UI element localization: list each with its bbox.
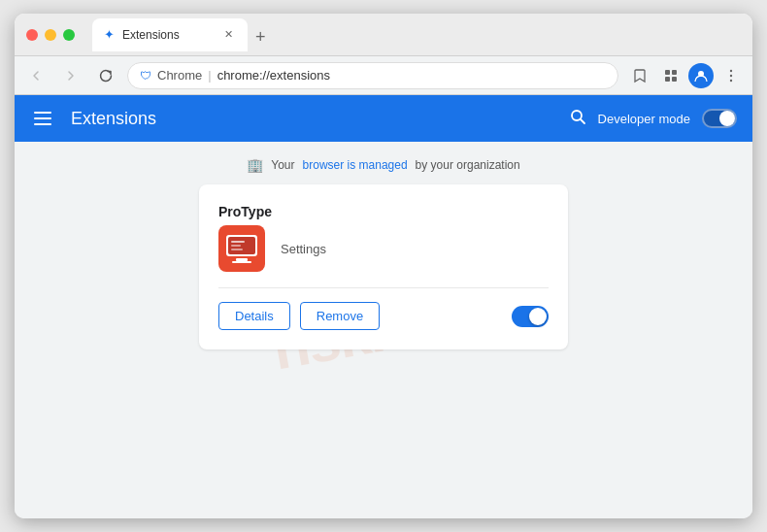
back-button[interactable]	[22, 62, 50, 89]
developer-mode-toggle[interactable]	[702, 109, 737, 128]
search-button[interactable]	[569, 108, 586, 130]
menu-line-2	[34, 117, 51, 119]
svg-rect-2	[665, 77, 670, 82]
svg-rect-0	[665, 70, 670, 75]
refresh-button[interactable]	[92, 62, 119, 89]
forward-button[interactable]	[57, 62, 84, 89]
extensions-page-title: Extensions	[71, 109, 553, 129]
svg-rect-12	[236, 258, 248, 261]
svg-line-9	[581, 119, 584, 123]
svg-point-5	[730, 69, 732, 71]
tab-close-button[interactable]: ✕	[220, 27, 236, 43]
menu-button[interactable]	[717, 62, 745, 89]
tab-label: Extensions	[122, 28, 180, 42]
svg-rect-14	[231, 241, 245, 243]
managed-notice: 🏢 Your browser is managed by your organi…	[247, 157, 519, 173]
tab-bar: ✦ Extensions ✕ +	[92, 18, 741, 51]
svg-point-6	[730, 74, 732, 76]
extension-card: ProType Settings	[199, 184, 568, 349]
close-button[interactable]	[26, 29, 38, 41]
developer-mode-label: Developer mode	[598, 112, 690, 126]
title-bar: ✦ Extensions ✕ +	[15, 14, 752, 56]
minimize-button[interactable]	[45, 29, 56, 41]
menu-line-3	[34, 123, 51, 125]
browser-window: ✦ Extensions ✕ + 🛡 Chrome | chrome://ext…	[15, 14, 752, 518]
extension-icon	[218, 225, 265, 272]
extension-body: Settings	[218, 225, 549, 272]
hamburger-menu-button[interactable]	[30, 108, 55, 129]
ext-toggle-knob	[529, 308, 547, 325]
header-right: Developer mode	[569, 108, 737, 130]
maximize-button[interactable]	[63, 29, 75, 41]
bookmark-button[interactable]	[626, 62, 653, 89]
profile-icon[interactable]	[688, 63, 714, 88]
security-icon: 🛡	[140, 69, 151, 83]
extension-settings-label: Settings	[281, 242, 326, 256]
toggle-knob	[719, 111, 735, 126]
toolbar-icons	[626, 62, 745, 89]
managed-text-before: Your	[271, 158, 294, 172]
extensions-button[interactable]	[657, 62, 684, 89]
extension-footer: Details Remove	[218, 287, 549, 330]
extensions-tab-icon: ✦	[104, 27, 115, 42]
managed-text-after: by your organization	[416, 158, 520, 172]
details-button[interactable]: Details	[218, 302, 290, 330]
managed-link[interactable]: browser is managed	[303, 158, 408, 172]
remove-button[interactable]: Remove	[300, 302, 380, 330]
svg-point-7	[730, 79, 732, 81]
active-tab[interactable]: ✦ Extensions ✕	[92, 18, 248, 51]
svg-rect-13	[232, 261, 251, 263]
window-controls	[26, 29, 75, 41]
url-chrome-label: Chrome	[157, 68, 202, 83]
extension-enable-toggle[interactable]	[512, 306, 549, 327]
svg-rect-16	[231, 249, 243, 250]
url-bar[interactable]: 🛡 Chrome | chrome://extensions	[127, 62, 618, 89]
protype-icon-svg	[222, 229, 261, 268]
new-tab-button[interactable]: +	[248, 23, 274, 51]
url-separator: |	[208, 68, 211, 83]
menu-line-1	[34, 112, 51, 114]
extension-name: ProType	[218, 204, 549, 219]
building-icon: 🏢	[247, 157, 263, 173]
svg-rect-3	[672, 77, 677, 82]
url-path: chrome://extensions	[217, 68, 330, 83]
svg-rect-15	[231, 245, 241, 247]
address-bar: 🛡 Chrome | chrome://extensions	[15, 56, 752, 95]
svg-rect-1	[672, 70, 677, 75]
extensions-content: risk.com 🏢 Your browser is managed by yo…	[15, 142, 752, 518]
extensions-header: Extensions Developer mode	[15, 95, 752, 142]
